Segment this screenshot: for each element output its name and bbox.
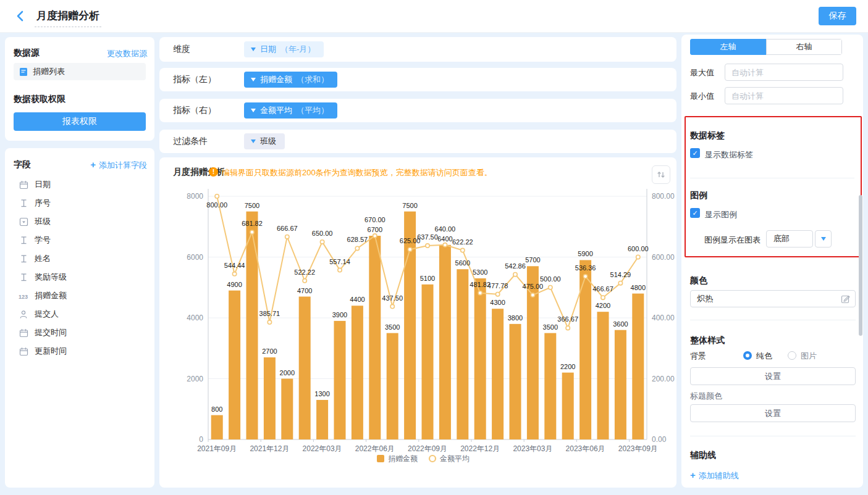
donation-bar[interactable] [281, 379, 293, 440]
max-value-input[interactable] [725, 64, 843, 81]
change-datasource-link[interactable]: 更改数据源 [107, 48, 147, 59]
tab-right-axis[interactable]: 右轴 [766, 39, 842, 55]
line-point[interactable] [303, 279, 306, 283]
donation-bar[interactable] [422, 285, 434, 439]
legend-line-label[interactable]: 金额平均 [439, 454, 470, 463]
line-point[interactable] [531, 293, 534, 297]
line-point[interactable] [478, 291, 482, 295]
legend-line-swatch[interactable] [429, 455, 436, 462]
field-item[interactable]: 班级 [14, 212, 148, 231]
x-axis-tick-label: 2022年12月 [460, 444, 500, 453]
donation-bar[interactable] [229, 291, 240, 439]
donation-bar[interactable] [544, 333, 556, 439]
field-item[interactable]: 序号 [14, 194, 148, 212]
pill-suffix: （年-月） [280, 44, 315, 55]
line-point[interactable] [513, 272, 517, 276]
line-point[interactable] [250, 230, 254, 234]
tab-left-axis[interactable]: 左轴 [690, 39, 766, 55]
edit-icon[interactable] [841, 294, 851, 304]
line-point[interactable] [338, 268, 342, 272]
donation-chart[interactable]: 020004000600080000.00200.00400.00600.008… [159, 157, 676, 488]
donation-bar[interactable] [316, 400, 328, 439]
line-point[interactable] [601, 296, 605, 299]
legend-position-select[interactable]: 底部 [766, 230, 813, 248]
field-item[interactable]: 学号 [14, 231, 148, 249]
line-point[interactable] [636, 255, 640, 259]
donation-bar[interactable] [352, 306, 363, 439]
radio-solid-color[interactable] [743, 351, 752, 360]
donation-bar[interactable] [615, 330, 626, 439]
add-calculated-field-link[interactable]: +添加计算字段 [90, 159, 147, 171]
scrollbar-thumb[interactable] [859, 195, 862, 336]
donation-bar[interactable] [246, 212, 258, 439]
legend-bar-swatch[interactable] [377, 455, 384, 462]
line-point[interactable] [495, 292, 499, 296]
donation-bar[interactable] [439, 245, 451, 439]
divider [690, 178, 854, 178]
back-button[interactable] [14, 8, 28, 24]
line-point[interactable] [390, 304, 394, 308]
line-point[interactable] [268, 320, 271, 324]
legend-bar-label[interactable]: 捐赠金额 [388, 454, 418, 463]
donation-bar[interactable] [457, 269, 468, 439]
field-item[interactable]: 更新时间 [14, 342, 148, 360]
donation-bar[interactable] [211, 415, 223, 439]
field-item[interactable]: 日期 [14, 175, 148, 194]
donation-bar[interactable] [387, 333, 398, 439]
show-data-label-checkbox[interactable] [690, 148, 700, 158]
color-theme-input[interactable] [690, 290, 856, 307]
line-point[interactable] [566, 326, 570, 330]
config-pill-filter[interactable]: 班级 [244, 133, 285, 149]
datasource-table-item[interactable]: 捐赠列表 [14, 63, 146, 80]
donation-bar[interactable] [334, 321, 346, 439]
config-pill-metric-left[interactable]: 捐赠金额（求和） [244, 72, 337, 88]
warning-icon: ! [209, 167, 218, 177]
title-color-settings-button[interactable]: 设置 [690, 404, 856, 422]
field-item[interactable]: 提交时间 [14, 323, 148, 342]
line-point[interactable] [355, 246, 359, 250]
line-data-label: 466.67 [592, 285, 613, 293]
donation-bar[interactable] [510, 324, 521, 439]
donation-bar[interactable] [492, 309, 504, 439]
bar-data-label: 1300 [314, 390, 329, 397]
save-button[interactable]: 保存 [819, 7, 856, 25]
add-guide-line-link[interactable]: +添加辅助线 [690, 470, 739, 481]
donation-bar[interactable] [299, 297, 311, 439]
donation-bar[interactable] [527, 266, 539, 439]
field-item[interactable]: 提交人 [14, 305, 148, 323]
field-item[interactable]: 奖励等级 [14, 268, 148, 286]
donation-bar[interactable] [632, 294, 644, 439]
sort-button[interactable] [652, 165, 670, 184]
donation-bar[interactable] [264, 357, 276, 439]
donation-bar[interactable] [474, 278, 486, 439]
donation-bar[interactable] [562, 373, 574, 439]
bar-data-label: 4800 [631, 284, 646, 291]
config-pill-metric-right[interactable]: 金额平均（平均） [244, 102, 337, 119]
line-point[interactable] [583, 275, 587, 278]
donation-bar[interactable] [597, 312, 609, 439]
donation-bar[interactable] [404, 212, 416, 439]
page-title[interactable]: 月度捐赠分析 [35, 9, 101, 27]
donation-bar[interactable] [369, 236, 381, 439]
field-item[interactable]: 姓名 [14, 249, 148, 268]
line-point[interactable] [320, 240, 324, 244]
line-point[interactable] [618, 281, 622, 285]
line-point[interactable] [215, 194, 219, 198]
line-point[interactable] [285, 235, 289, 238]
line-point[interactable] [443, 243, 447, 247]
line-data-label: 640.00 [435, 225, 456, 233]
line-point[interactable] [461, 248, 465, 252]
radio-image[interactable] [788, 351, 796, 360]
line-point[interactable] [408, 248, 411, 251]
line-point[interactable] [426, 244, 429, 248]
min-value-input[interactable] [725, 87, 843, 104]
background-settings-button[interactable]: 设置 [690, 367, 856, 385]
report-permission-button[interactable]: 报表权限 [14, 112, 146, 131]
line-point[interactable] [232, 272, 236, 276]
line-point[interactable] [549, 286, 552, 289]
config-pill-dimension[interactable]: 日期（年-月） [244, 41, 324, 57]
line-point[interactable] [373, 234, 377, 238]
show-legend-checkbox[interactable] [690, 208, 700, 218]
legend-position-dropdown-button[interactable] [815, 230, 832, 248]
field-item[interactable]: 123捐赠金额 [14, 286, 148, 305]
